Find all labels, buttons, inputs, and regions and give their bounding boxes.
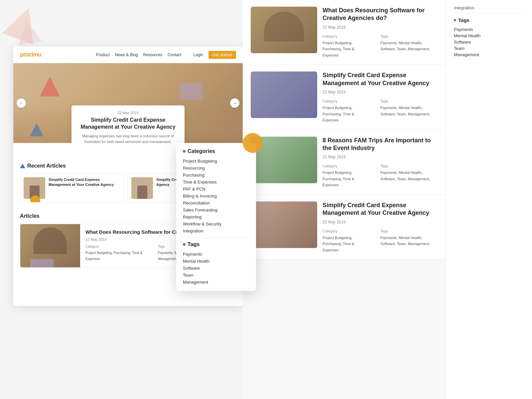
city-arch-1: [264, 12, 304, 42]
hero-article-card: 22 May 2019 Simplify Credit Card Expense…: [71, 105, 185, 143]
tags-label-2: Tags: [380, 99, 432, 103]
dropdown-cat-workflow-security[interactable]: Workflow & Security: [183, 220, 249, 227]
dropdown-categories-dot: [183, 150, 186, 153]
right-article-title-4: Simplify Credit Card Expense Management …: [323, 201, 432, 217]
dropdown-overlay: Categories Project Budgeting Resourcing …: [176, 143, 256, 291]
integration-link[interactable]: Integration: [454, 5, 524, 13]
right-article-top-1: What Does Resourcing Software for Creati…: [251, 7, 438, 58]
category-label-3: Category: [323, 164, 367, 168]
nav-resources[interactable]: Resources: [143, 53, 162, 57]
right-article-tags-group-3: Tags Payments, Mental Health, Software, …: [380, 164, 432, 188]
right-article-category-group-4: Category Project Budgeting, Purchasing, …: [323, 229, 367, 253]
article-city-image-1: [251, 7, 317, 53]
outer-tags-list: Payments Mental Health Software Team Man…: [454, 26, 524, 58]
outer-tags-title: Tags: [458, 17, 469, 23]
outer-tag-team[interactable]: Team: [454, 45, 524, 52]
tags-value-1: Payments, Mental Health, Software, Team,…: [380, 41, 430, 51]
category-label-4: Category: [323, 229, 367, 233]
outer-tag-payments[interactable]: Payments: [454, 26, 524, 33]
right-article-info-1: What Does Resourcing Software for Creati…: [317, 7, 438, 58]
tags-label-1: Tags: [380, 34, 432, 38]
dropdown-cat-project-budgeting[interactable]: Project Budgeting: [183, 158, 249, 165]
right-article-card-3[interactable]: 8 Reasons FAM Trips Are Important to the…: [243, 130, 446, 195]
dropdown-tag-management[interactable]: Management: [183, 279, 249, 286]
dropdown-tag-team[interactable]: Team: [183, 272, 249, 279]
article-person-silhouette-2: [137, 186, 147, 199]
right-article-title-2: Simplify Credit Card Expense Management …: [323, 71, 432, 87]
right-article-card-1[interactable]: What Does Resourcing Software for Creati…: [243, 0, 446, 65]
dropdown-cat-resourcing[interactable]: Resourcing: [183, 165, 249, 172]
hero-article-title: Simplify Credit Card Expense Management …: [78, 117, 178, 131]
nav-news-blog[interactable]: News & Blog: [115, 53, 138, 57]
right-article-card-2[interactable]: Simplify Credit Card Expense Management …: [243, 65, 446, 130]
dropdown-divider: [183, 238, 249, 238]
outer-tag-mental-health[interactable]: Mental Health: [454, 33, 524, 39]
tags-value-3: Payments, Mental Health, Software, Team,…: [380, 171, 430, 181]
dropdown-cat-purchasing[interactable]: Purchasing: [183, 172, 249, 179]
category-label-1: Category: [323, 34, 367, 38]
dropdown-cat-reconciliation[interactable]: Reconciliation: [183, 200, 249, 206]
logo-suffix: u: [38, 51, 41, 58]
dropdown-cat-paf-pcn[interactable]: PAF & PCN: [183, 186, 249, 193]
right-article-tags-group-2: Tags Payments, Mental Health, Software, …: [380, 99, 432, 123]
nav-contact[interactable]: Contact: [168, 53, 181, 57]
section-triangle-icon: [20, 164, 25, 168]
dropdown-cat-billing-invoicing[interactable]: Billing & Invoicing: [183, 193, 249, 200]
outer-tags-header: Tags: [454, 17, 524, 23]
article-list-arch-1: [34, 227, 67, 254]
category-value-3: Project Budgeting, Purchasing, Time & Ex…: [323, 171, 354, 187]
hero-article-date: 22 May 2019: [78, 111, 178, 115]
right-article-img-1: [251, 7, 317, 53]
right-article-info-2: Simplify Credit Card Expense Management …: [317, 71, 438, 123]
article-city-image-4: [251, 201, 317, 248]
category-value-1: Project Budgeting, Purchasing, Time & Ex…: [323, 41, 354, 57]
hero-purple-rect: [180, 83, 203, 100]
dropdown-cat-reporting[interactable]: Reporting: [183, 213, 249, 220]
recent-article-card-1[interactable]: Simplify Credit Card Expense Management …: [20, 174, 124, 202]
right-articles-panel: What Does Resourcing Software for Creati…: [243, 0, 446, 399]
logo: procimu: [20, 51, 41, 58]
dropdown-orange-circle: [243, 133, 263, 153]
recent-articles-title-text: Recent Articles: [27, 163, 66, 169]
right-article-card-4[interactable]: Simplify Credit Card Expense Management …: [243, 195, 446, 260]
dropdown-tag-software[interactable]: Software: [183, 265, 249, 272]
hero-next-button[interactable]: →: [230, 98, 239, 108]
dropdown-cat-integration[interactable]: Integration: [183, 227, 249, 234]
tags-label-3: Tags: [380, 164, 432, 168]
recent-article-title-1: Simplify Credit Card Expense Management …: [49, 177, 120, 188]
nav-links: Product News & Blog Resources Contact: [96, 53, 181, 57]
recent-article-content-1: Simplify Credit Card Expense Management …: [45, 177, 120, 188]
nav-login[interactable]: Login: [193, 53, 203, 57]
right-article-tags-group-1: Tags Payments, Mental Health, Software, …: [380, 34, 432, 58]
dropdown-cat-time-expenses[interactable]: Time & Expenses: [183, 179, 249, 186]
dropdown-cat-sales-forecasting[interactable]: Sales Forecasting: [183, 206, 249, 213]
outer-tag-management[interactable]: Management: [454, 52, 524, 58]
right-article-top-2: Simplify Credit Card Expense Management …: [251, 71, 438, 123]
right-article-date-3: 22 May 2019: [323, 155, 432, 159]
right-article-date-2: 22 May 2019: [323, 90, 432, 94]
page-wrapper: Integration Tags Payments Mental Health …: [0, 0, 532, 399]
hero-prev-button[interactable]: ←: [17, 98, 26, 108]
article-list-category-group-1: Category Project Budgeting, Purchasing, …: [85, 245, 148, 261]
dropdown-tag-payments[interactable]: Payments: [183, 251, 249, 258]
dropdown-categories-title: Categories: [183, 148, 249, 154]
articles-title: Articles: [20, 213, 40, 219]
hero-article-excerpt: Managing expenses has long been a notori…: [78, 133, 178, 143]
tags-label-4: Tags: [380, 229, 432, 233]
outer-right-sidebar: Integration Tags Payments Mental Health …: [446, 0, 532, 399]
category-label-2: Category: [323, 99, 367, 103]
tags-value-4: Payments, Mental Health, Software, Team,…: [380, 236, 430, 246]
right-article-title-1: What Does Resourcing Software for Creati…: [323, 7, 432, 22]
logo-text: procim: [20, 51, 38, 58]
nav-cta-button[interactable]: Get started: [208, 51, 236, 59]
dropdown-tag-mental-health[interactable]: Mental Health: [183, 258, 249, 265]
dropdown-categories-list: Project Budgeting Resourcing Purchasing …: [183, 158, 249, 234]
hero-section: ← → 22 May 2019 Simplify Credit Card Exp…: [13, 63, 243, 143]
outer-tag-software[interactable]: Software: [454, 39, 524, 45]
hero-pink-triangle: [40, 76, 60, 96]
right-article-top-3: 8 Reasons FAM Trips Are Important to the…: [251, 137, 438, 188]
article-list-category-value-1: Project Budgeting, Purchasing, Time & Ex…: [85, 251, 142, 261]
recent-article-img-2: [131, 177, 153, 199]
dropdown-tags-list: Payments Mental Health Software Team Man…: [183, 251, 249, 286]
nav-product[interactable]: Product: [96, 53, 109, 57]
